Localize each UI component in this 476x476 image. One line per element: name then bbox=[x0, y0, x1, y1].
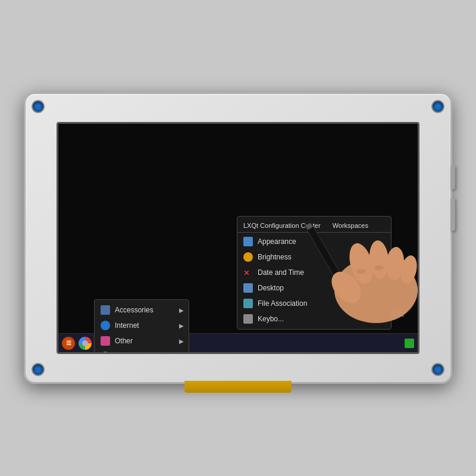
panel-item-brightness[interactable]: Brightness bbox=[237, 249, 391, 265]
panel-item-desktop-label: Desktop bbox=[258, 284, 284, 292]
flex-cable bbox=[184, 381, 292, 393]
panel-item-appearance[interactable]: Appearance bbox=[237, 234, 391, 249]
corner-hole-tl bbox=[32, 100, 45, 113]
corner-hole-tr bbox=[431, 100, 444, 113]
panel-header-workspaces[interactable]: Workspaces bbox=[333, 222, 368, 229]
panel-item-datetime-label: Date and Time bbox=[258, 268, 304, 277]
appearance-icon bbox=[243, 237, 253, 246]
side-button-top[interactable] bbox=[450, 165, 455, 189]
taskbar-green-indicator bbox=[405, 339, 414, 348]
taskbar-chrome-icon[interactable] bbox=[79, 337, 92, 350]
corner-hole-bl bbox=[32, 363, 45, 376]
internet-icon bbox=[101, 321, 110, 330]
taskbar-right bbox=[405, 339, 414, 348]
screen: WAVESHARE LXQt Configuration Center Work… bbox=[57, 122, 419, 354]
system-tools-arrow: ▶ bbox=[179, 353, 184, 355]
main-menu: Accessories ▶ Internet ▶ Other ▶ ⚙ Syste… bbox=[94, 299, 189, 354]
device-frame: WAVESHARE LXQt Configuration Center Work… bbox=[24, 92, 452, 384]
menu-item-system-tools[interactable]: ⚙ System Tools ▶ bbox=[95, 349, 189, 354]
panel-header-config[interactable]: LXQt Configuration Center bbox=[243, 222, 321, 229]
lxqt-config-panel: LXQt Configuration Center Workspaces App… bbox=[237, 216, 392, 330]
other-icon bbox=[101, 336, 110, 346]
menu-item-accessories[interactable]: Accessories ▶ bbox=[95, 302, 189, 318]
panel-item-keyboard[interactable]: Keybo... bbox=[237, 311, 391, 327]
panel-item-datetime[interactable]: ✕ Date and Time bbox=[237, 265, 391, 280]
menu-item-other[interactable]: Other ▶ bbox=[95, 333, 189, 349]
brightness-icon bbox=[243, 252, 253, 262]
menu-item-internet-label: Internet bbox=[115, 321, 139, 330]
panel-header: LXQt Configuration Center Workspaces bbox=[237, 219, 391, 233]
system-tools-icon: ⚙ bbox=[101, 352, 110, 354]
panel-item-file-assoc-label: File Association bbox=[258, 299, 307, 308]
accessories-icon bbox=[101, 305, 110, 315]
panel-item-desktop[interactable]: Desktop bbox=[237, 280, 391, 296]
menu-item-internet[interactable]: Internet ▶ bbox=[95, 318, 189, 333]
panel-item-file-assoc[interactable]: File Association bbox=[237, 296, 391, 311]
panel-item-brightness-label: Brightness bbox=[258, 253, 292, 261]
file-assoc-icon bbox=[243, 299, 253, 308]
other-arrow: ▶ bbox=[179, 338, 184, 345]
taskbar-lxqt-button[interactable]: ☰ bbox=[62, 337, 75, 350]
corner-hole-br bbox=[431, 363, 444, 376]
menu-item-system-tools-label: System Tools bbox=[115, 352, 157, 354]
keyboard-icon bbox=[243, 314, 253, 324]
side-button-mid[interactable] bbox=[450, 198, 455, 231]
datetime-icon: ✕ bbox=[243, 268, 253, 277]
desktop-icon bbox=[243, 283, 253, 293]
menu-item-other-label: Other bbox=[115, 337, 133, 345]
internet-arrow: ▶ bbox=[179, 322, 184, 329]
accessories-arrow: ▶ bbox=[179, 307, 184, 314]
panel-item-keyboard-label: Keybo... bbox=[258, 315, 284, 323]
panel-item-appearance-label: Appearance bbox=[258, 237, 296, 246]
menu-item-accessories-label: Accessories bbox=[115, 306, 154, 314]
chrome-inner bbox=[82, 340, 88, 346]
lxqt-icon: ☰ bbox=[66, 340, 71, 346]
svg-point-7 bbox=[398, 254, 419, 285]
